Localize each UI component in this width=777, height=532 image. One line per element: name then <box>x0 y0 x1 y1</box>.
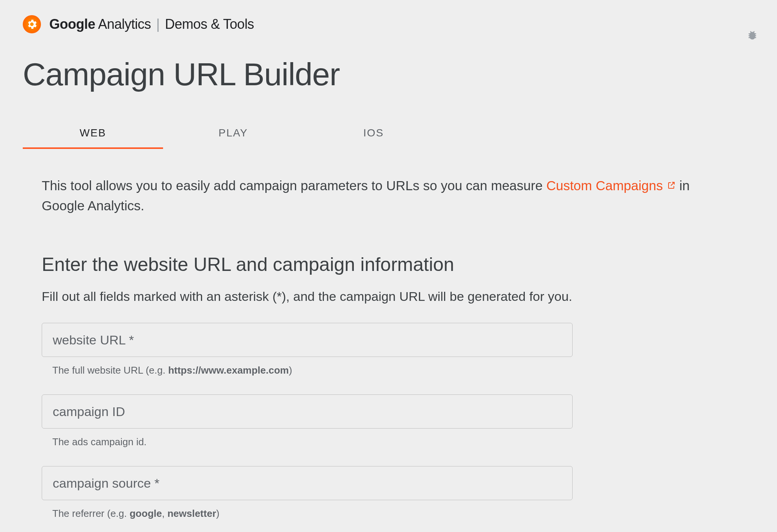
ga-logo-icon <box>23 15 41 33</box>
tab-web[interactable]: WEB <box>23 127 163 149</box>
form: The full website URL (e.g. https://www.e… <box>42 323 736 519</box>
field-website-url: The full website URL (e.g. https://www.e… <box>42 323 573 376</box>
campaign-source-helper: The referrer (e.g. google, newsletter) <box>52 508 573 519</box>
campaign-id-input[interactable] <box>42 394 573 429</box>
brand-bold: Google <box>49 16 95 32</box>
section-sub: Fill out all fields marked with an aster… <box>42 289 736 304</box>
website-url-helper: The full website URL (e.g. https://www.e… <box>52 365 573 376</box>
intro-text: This tool allows you to easily add campa… <box>42 175 736 216</box>
custom-campaigns-link[interactable]: Custom Campaigns <box>546 178 676 193</box>
header: Google Analytics | Demos & Tools <box>0 0 777 33</box>
external-link-icon <box>667 175 676 185</box>
tab-ios[interactable]: IOS <box>303 127 444 149</box>
intro-pre: This tool allows you to easily add campa… <box>42 178 546 193</box>
content: This tool allows you to easily add campa… <box>0 149 758 519</box>
field-campaign-source: The referrer (e.g. google, newsletter) <box>42 466 573 519</box>
page-title: Campaign URL Builder <box>0 33 777 93</box>
brand-sub: Demos & Tools <box>165 16 254 32</box>
bug-report-icon[interactable] <box>747 30 758 41</box>
tab-play[interactable]: PLAY <box>163 127 303 149</box>
campaign-source-input[interactable] <box>42 466 573 500</box>
field-campaign-id: The ads campaign id. <box>42 394 573 448</box>
campaign-id-helper: The ads campaign id. <box>52 436 573 448</box>
section-heading: Enter the website URL and campaign infor… <box>42 253 736 275</box>
website-url-input[interactable] <box>42 323 573 357</box>
brand-separator: | <box>155 16 161 32</box>
tabs: WEB PLAY IOS <box>23 127 777 149</box>
brand-regular: Analytics <box>95 16 151 32</box>
brand-text: Google Analytics | Demos & Tools <box>49 16 254 32</box>
